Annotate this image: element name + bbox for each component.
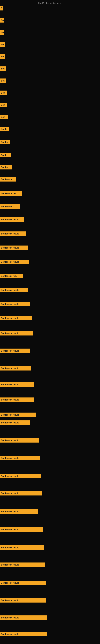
bar-item: Bottleneck result <box>0 420 30 425</box>
bar-item: Bottleneck r <box>0 204 20 209</box>
bar-label: Bott <box>0 103 7 107</box>
bar-label: Bo <box>0 30 4 34</box>
bar-item: Bottleneck result <box>0 260 29 264</box>
bar-item: Bottlen <box>0 165 12 170</box>
bar-item: Bottleneck result <box>0 217 24 222</box>
bar-item: Bottleneck result <box>0 366 31 370</box>
bar-label: B <box>0 6 3 10</box>
bar-label: Bottleneck result <box>0 456 40 460</box>
bar-item: Bot <box>0 78 6 83</box>
bar-label: Bottleneck result <box>0 598 47 602</box>
bar-label: Bottleneck result <box>0 438 39 442</box>
bar-item: Bott <box>0 90 7 95</box>
bar-item: Bottleneck result <box>0 302 30 306</box>
bar-item: Bottleneck result <box>0 412 36 417</box>
bar-label: Bottleneck resu <box>0 274 23 278</box>
bar-label: Bottleneck result <box>0 580 46 585</box>
bar-item: Bottleneck resu <box>0 191 22 196</box>
bar-label: Bottleneck result <box>0 366 31 370</box>
bar-label: Bot <box>0 54 5 59</box>
bar-label: Bottleneck result <box>0 474 41 478</box>
bar-label: Bott <box>0 90 7 95</box>
bar-label: Bottleneck result <box>0 232 26 236</box>
bar-item: Bottle <box>0 153 11 158</box>
bar-item: Bottlen <box>0 140 10 144</box>
bar-item: B <box>0 6 3 10</box>
bar-label: Bottleneck result <box>0 316 32 320</box>
bar-item: Bottleneck result <box>0 316 32 320</box>
bar-item: Bottleneck result <box>0 331 33 336</box>
bar-item: Bottleneck result <box>0 509 38 514</box>
bar-label: Bottleneck result <box>0 288 28 292</box>
bar-item: Bo <box>0 30 4 34</box>
bar-item: Bottleneck result <box>0 562 45 567</box>
bar-label: Bottleneck result <box>0 546 44 550</box>
bar-item: Bottleneck result <box>0 546 44 550</box>
bar-label: Bottleneck result <box>0 348 30 353</box>
bar-label: Bo <box>0 18 3 22</box>
bar-item: Bo <box>0 18 3 22</box>
bar-label: Bottleneck result <box>0 562 45 567</box>
bar-item: Bottleneck result <box>0 288 28 292</box>
bar-item: Bottleneck result <box>0 616 47 620</box>
bar-label: Bottleneck result <box>0 260 29 264</box>
bar-label: Bottlen <box>0 165 12 170</box>
bar-item: Bottleneck result <box>0 580 46 585</box>
bar-item: Bottleneck result <box>0 598 47 602</box>
bar-label: Bottleneck result <box>0 632 47 636</box>
bar-item: Bot <box>0 42 5 47</box>
bar-label: Bottlen <box>0 140 10 144</box>
bar-item: Bot <box>0 54 5 59</box>
bar-item: Bottle <box>0 127 9 131</box>
bar-label: Bottleneck result <box>0 616 47 620</box>
bar-item: Bottleneck result <box>0 474 41 478</box>
bar-label: Bot <box>0 42 5 47</box>
bar-label: Bottleneck result <box>0 246 28 250</box>
bar-item: Bottleneck result <box>0 632 47 636</box>
bar-label: Bott <box>0 115 8 119</box>
bar-item: Bottleneck <box>0 177 16 182</box>
bar-label: Bottle <box>0 127 9 131</box>
bar-label: Bottleneck result <box>0 331 33 336</box>
bar-item: Bottleneck result <box>0 456 40 460</box>
bar-item: Bottleneck result <box>0 382 34 387</box>
bar-label: Bottleneck result <box>0 412 36 417</box>
bar-item: Bottleneck result <box>0 348 30 353</box>
bar-label: Bottleneck result <box>0 398 34 402</box>
site-title: TheBottlenecker.com <box>38 2 62 5</box>
bar-item: Bott <box>0 103 7 107</box>
bar-item: Bottleneck resu <box>0 274 23 278</box>
bar-label: Bottleneck resu <box>0 191 22 196</box>
bar-item: Bott <box>0 66 6 71</box>
bar-item: Bottleneck result <box>0 398 34 402</box>
bar-label: Bottleneck r <box>0 204 20 209</box>
bar-label: Bott <box>0 66 6 71</box>
bar-item: Bott <box>0 115 8 119</box>
bar-label: Bottleneck <box>0 177 16 182</box>
bar-label: Bottleneck result <box>0 217 24 222</box>
bar-label: Bottleneck result <box>0 420 30 425</box>
bar-item: Bottleneck result <box>0 232 26 236</box>
bar-item: Bottleneck result <box>0 438 39 442</box>
bar-label: Bottleneck result <box>0 527 43 532</box>
bar-item: Bottleneck result <box>0 246 28 250</box>
bar-label: Bot <box>0 78 6 83</box>
bar-label: Bottleneck result <box>0 302 30 306</box>
bar-item: Bottleneck result <box>0 491 42 496</box>
bar-item: Bottleneck result <box>0 527 43 532</box>
bar-label: Bottleneck result <box>0 491 42 496</box>
bar-label: Bottleneck result <box>0 382 34 387</box>
bar-label: Bottle <box>0 153 11 158</box>
bar-label: Bottleneck result <box>0 509 38 514</box>
